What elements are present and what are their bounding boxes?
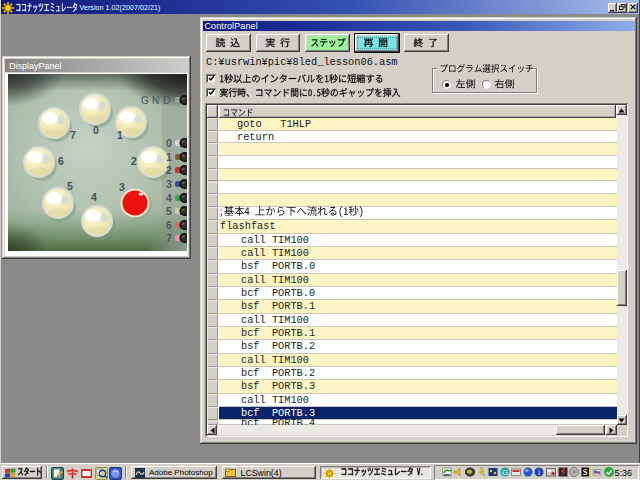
- svg-text:N: N: [152, 95, 159, 106]
- svg-text:G: G: [141, 95, 149, 106]
- svg-text:5: 5: [166, 205, 172, 217]
- svg-text:1: 1: [117, 129, 123, 141]
- svg-text:4: 4: [166, 192, 172, 204]
- svg-text:3: 3: [166, 178, 172, 190]
- svg-text:2: 2: [166, 164, 172, 176]
- svg-text:4: 4: [91, 191, 97, 203]
- svg-text:G: G: [501, 468, 507, 477]
- svg-text:2: 2: [131, 155, 137, 167]
- svg-text:6: 6: [58, 155, 64, 167]
- svg-text:S: S: [582, 467, 587, 477]
- svg-text:0: 0: [93, 124, 99, 136]
- svg-text:5: 5: [67, 180, 73, 192]
- svg-text:0: 0: [166, 137, 172, 149]
- svg-text:7: 7: [166, 232, 172, 244]
- svg-text:1: 1: [166, 151, 172, 163]
- svg-text:3: 3: [119, 181, 125, 193]
- svg-text:D: D: [163, 95, 170, 106]
- svg-text:i: i: [538, 468, 540, 477]
- svg-text:6: 6: [166, 219, 172, 231]
- svg-text:7: 7: [70, 129, 76, 141]
